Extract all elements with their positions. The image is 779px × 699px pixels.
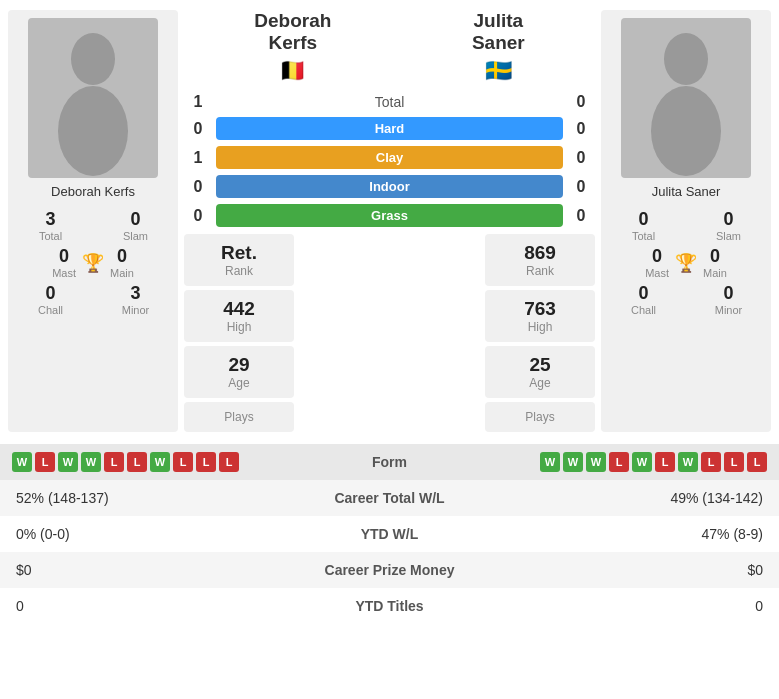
indoor-row: 0 Indoor 0 [184,175,595,198]
player1-panel: Deborah Kerfs 3 Total 0 Slam 0 Mast 🏆 [8,10,178,432]
player2-age-panel: 25 Age [485,346,595,398]
form-badge: W [540,452,560,472]
player1-main-label: Main [110,267,134,279]
grass-row: 0 Grass 0 [184,204,595,227]
stat-center-label: YTD W/L [236,516,543,552]
hard-left-score: 0 [184,120,212,138]
player2-rank-lbl: Rank [526,264,554,278]
player1-avatar [28,18,158,178]
form-label: Form [350,454,430,470]
player2-high-panel: 763 High [485,290,595,342]
total-left-score: 1 [184,93,212,111]
table-row: 0% (0-0)YTD W/L47% (8-9) [0,516,779,552]
stat-left-value: 0 [0,588,236,624]
player2-slam-cell: 0 Slam [690,209,767,242]
trophy2-icon: 🏆 [675,252,697,274]
player1-total-label: Total [39,230,62,242]
grass-badge: Grass [216,204,563,227]
player1-high-val: 442 [223,298,255,320]
player2-rank-val: 869 [524,242,556,264]
player2-age-val: 25 [529,354,550,376]
player2-chall-minor: 0 Chall 0 Minor [605,283,767,316]
player1-total-value: 3 [45,209,55,230]
grass-left-score: 0 [184,207,212,225]
form-section: WLWWLLWLLL Form WWWLWLWLLL [0,444,779,480]
mid-spacer [300,234,479,432]
player1-mast-label: Mast [52,267,76,279]
stat-center-label: Career Total W/L [236,480,543,516]
player1-age-panel: 29 Age [184,346,294,398]
player2-rank-panel: 869 Rank [485,234,595,286]
stat-right-value: 49% (134-142) [543,480,779,516]
player1-minor-label: Minor [122,304,150,316]
form-badge: W [632,452,652,472]
form-badge: L [724,452,744,472]
stat-left-value: 52% (148-137) [0,480,236,516]
player2-chall-label: Chall [631,304,656,316]
form-badge: W [678,452,698,472]
form-badge: W [563,452,583,472]
player1-total-cell: 3 Total [12,209,89,242]
player1-trophy-row: 0 Mast 🏆 0 Main [12,246,174,279]
player2-stats: 0 Total 0 Slam [605,209,767,242]
player2-minor-cell: 0 Minor [690,283,767,316]
player2-panel: Julita Saner 0 Total 0 Slam 0 Mast 🏆 [601,10,771,432]
form-badge: L [701,452,721,472]
svg-point-1 [71,33,115,85]
player2-minor-label: Minor [715,304,743,316]
player2-slam-label: Slam [716,230,741,242]
total-right-score: 0 [567,93,595,111]
form-badge: W [58,452,78,472]
clay-right-score: 0 [567,149,595,167]
hard-right-score: 0 [567,120,595,138]
svg-point-4 [664,33,708,85]
form-badge: W [81,452,101,472]
player2-avatar [621,18,751,178]
indoor-badge: Indoor [216,175,563,198]
player2-plays-lbl: Plays [525,410,554,424]
player1-age-lbl: Age [228,376,249,390]
grass-right-score: 0 [567,207,595,225]
player2-total-cell: 0 Total [605,209,682,242]
player2-minor-value: 0 [723,283,733,304]
clay-row: 1 Clay 0 [184,146,595,169]
player2-name-center-line1: Julita [472,10,525,32]
player2-high-val: 763 [524,298,556,320]
player2-main-label: Main [703,267,727,279]
player2-chall-cell: 0 Chall [605,283,682,316]
svg-point-2 [58,86,128,176]
names-flags-row: Deborah Kerfs 🇧🇪 Julita Saner 🇸🇪 [184,10,595,84]
player2-mast-label: Mast [645,267,669,279]
player1-name: Deborah Kerfs [51,184,135,199]
player1-stats: 3 Total 0 Slam [12,209,174,242]
player1-slam-label: Slam [123,230,148,242]
hard-badge: Hard [216,117,563,140]
table-row: 52% (148-137)Career Total W/L49% (134-14… [0,480,779,516]
stat-right-value: $0 [543,552,779,588]
player1-form-badges: WLWWLLWLLL [12,452,350,472]
player2-total-value: 0 [638,209,648,230]
player1-rank-lbl: Rank [225,264,253,278]
table-row: $0Career Prize Money$0 [0,552,779,588]
table-row: 0YTD Titles0 [0,588,779,624]
player2-age-lbl: Age [529,376,550,390]
stat-left-value: $0 [0,552,236,588]
player1-main-value: 0 [117,246,127,267]
form-badge: L [609,452,629,472]
form-badge: L [219,452,239,472]
indoor-right-score: 0 [567,178,595,196]
form-badge: W [150,452,170,472]
player1-mast-value: 0 [59,246,69,267]
player1-minor-value: 3 [130,283,140,304]
player1-flag: 🇧🇪 [254,58,331,84]
main-container: Deborah Kerfs 3 Total 0 Slam 0 Mast 🏆 [0,0,779,624]
player1-age-val: 29 [228,354,249,376]
form-badge: L [127,452,147,472]
top-area: Deborah Kerfs 3 Total 0 Slam 0 Mast 🏆 [0,0,779,436]
player1-rank-val: Ret. [221,242,257,264]
right-stat-panels: 869 Rank 763 High 25 Age Plays [485,234,595,432]
form-badge: L [196,452,216,472]
hard-row: 0 Hard 0 [184,117,595,140]
form-badge: L [104,452,124,472]
player1-name-block: Deborah Kerfs 🇧🇪 [254,10,331,84]
